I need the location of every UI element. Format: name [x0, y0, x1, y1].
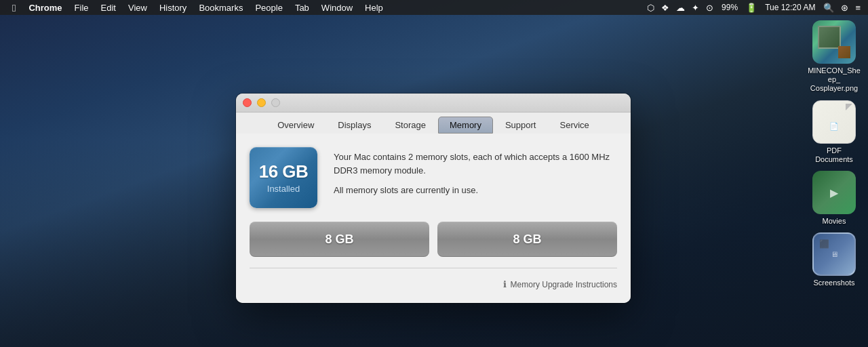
- menu-edit[interactable]: Edit: [95, 0, 122, 15]
- notification-icon[interactable]: ≡: [853, 3, 863, 13]
- tab-displays[interactable]: Displays: [326, 117, 382, 134]
- memory-slots: 8 GB 8 GB: [250, 222, 617, 257]
- minimize-button[interactable]: [257, 98, 266, 107]
- memory-info-line1: Your Mac contains 2 memory slots, each o…: [334, 150, 617, 177]
- menu-view[interactable]: View: [122, 0, 153, 15]
- memory-content: 16 GB Installed Your Mac contains 2 memo…: [236, 134, 631, 303]
- memory-badge: 16 GB Installed: [250, 147, 317, 208]
- screenshots-icon: 🖥: [812, 232, 856, 276]
- menubar:  Chrome File Edit View History Bookmark…: [0, 0, 868, 15]
- tab-bar: Overview Displays Storage Memory Support…: [236, 113, 631, 134]
- window-titlebar: [236, 94, 631, 113]
- app-name[interactable]: Chrome: [22, 0, 68, 15]
- tab-storage[interactable]: Storage: [383, 117, 437, 134]
- pdf-icon: 📄: [812, 100, 856, 144]
- tab-overview[interactable]: Overview: [266, 117, 326, 134]
- menu-people[interactable]: People: [249, 0, 288, 15]
- search-icon[interactable]: 🔍: [821, 3, 836, 13]
- cloud-icon: ☁: [674, 3, 687, 13]
- bluetooth-icon: ✦: [690, 3, 701, 13]
- memory-info-line2: All memory slots are currently in use.: [334, 184, 617, 197]
- menubar-left:  Chrome File Edit View History Bookmark…: [5, 0, 389, 15]
- memory-installed-label: Installed: [267, 184, 300, 194]
- tab-support[interactable]: Support: [494, 117, 548, 134]
- extensions-icon: ⬡: [645, 3, 656, 13]
- desktop-icon-pdf[interactable]: 📄 PDF Documents: [807, 100, 861, 164]
- pdf-label: PDF Documents: [807, 146, 861, 164]
- minecon-icon: [812, 20, 856, 64]
- battery-icon: 🔋: [744, 3, 759, 13]
- apple-menu[interactable]: : [5, 0, 22, 15]
- menu-window[interactable]: Window: [315, 0, 359, 15]
- upgrade-info-icon: ℹ: [503, 279, 507, 289]
- minecon-label: MINECON_Sheep_Cosplayer.png: [807, 66, 861, 94]
- upgrade-link[interactable]: Memory Upgrade Instructions: [511, 280, 617, 289]
- menu-bookmarks[interactable]: Bookmarks: [193, 0, 249, 15]
- screenshots-label: Screenshots: [813, 279, 854, 287]
- menubar-right: ⬡ ❖ ☁ ✦ ⊙ 99% 🔋 Tue 12:20 AM 🔍 ⊛ ≡: [645, 0, 863, 15]
- menu-history[interactable]: History: [153, 0, 193, 15]
- desktop-icons: MINECON_Sheep_Cosplayer.png 📄 PDF Docume…: [807, 20, 861, 287]
- datetime: Tue 12:20 AM: [762, 0, 818, 15]
- desktop:  Chrome File Edit View History Bookmark…: [0, 0, 868, 347]
- menu-file[interactable]: File: [68, 0, 95, 15]
- maximize-button[interactable]: [271, 98, 280, 107]
- tab-service[interactable]: Service: [549, 117, 601, 134]
- memory-size: 16 GB: [259, 161, 309, 182]
- divider: [250, 268, 617, 268]
- desktop-icon-minecon[interactable]: MINECON_Sheep_Cosplayer.png: [807, 20, 861, 94]
- tab-memory[interactable]: Memory: [438, 117, 493, 134]
- siri-icon[interactable]: ⊛: [839, 3, 850, 13]
- close-button[interactable]: [243, 98, 252, 107]
- memory-slot-1[interactable]: 8 GB: [250, 222, 429, 257]
- memory-main: 16 GB Installed Your Mac contains 2 memo…: [250, 147, 617, 208]
- movies-label: Movies: [823, 217, 846, 226]
- menu-tab[interactable]: Tab: [289, 0, 315, 15]
- desktop-icon-screenshots[interactable]: 🖥 Screenshots: [807, 232, 861, 287]
- movies-icon: [812, 171, 856, 214]
- desktop-icon-movies[interactable]: Movies: [807, 171, 861, 226]
- memory-upgrade: ℹ Memory Upgrade Instructions: [250, 277, 617, 289]
- memory-info: Your Mac contains 2 memory slots, each o…: [334, 147, 617, 204]
- memory-slot-2[interactable]: 8 GB: [437, 222, 617, 257]
- dropbox-icon: ❖: [659, 3, 671, 13]
- wifi-icon: ⊙: [704, 3, 715, 13]
- battery-percent: 99%: [718, 0, 741, 15]
- menu-help[interactable]: Help: [359, 0, 389, 15]
- system-info-window: Overview Displays Storage Memory Support…: [236, 94, 631, 303]
